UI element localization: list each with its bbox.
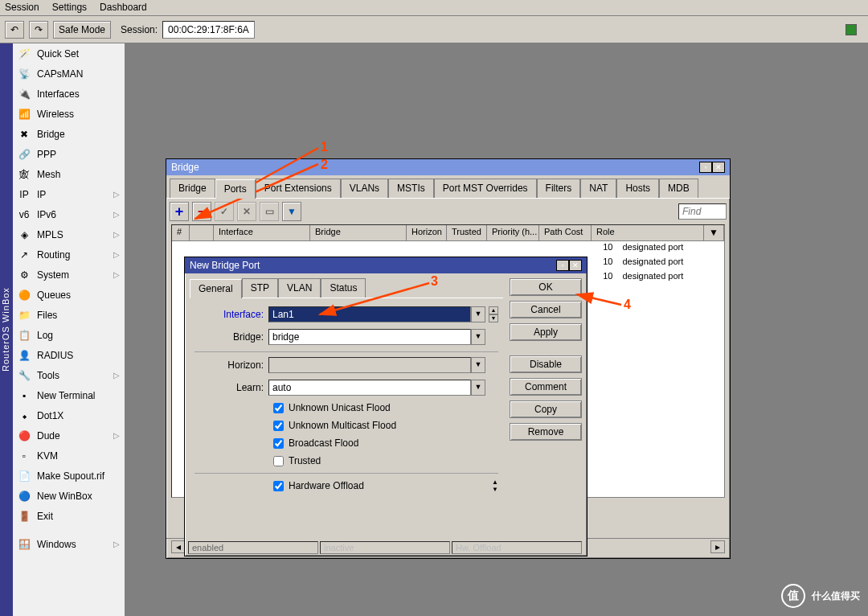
remove-button[interactable]: − [192,202,211,221]
apply-button[interactable]: Apply [510,323,582,341]
sidebar-icon: ▪ [18,389,31,402]
sidebar-item-windows[interactable]: 🪟Windows▷ [13,534,125,554]
bridge-tabs: BridgePortsPort ExtensionsVLANsMSTIsPort… [166,175,730,198]
comment-button-icon[interactable]: ▭ [260,202,279,221]
column-header[interactable]: Bridge [310,225,407,240]
close-icon[interactable]: ✕ [712,162,725,173]
tab-port-mst-overrides[interactable]: Port MST Overrides [434,179,537,198]
interface-updown[interactable]: ▲▼ [489,306,498,322]
sidebar-item-mpls[interactable]: ◈MPLS▷ [13,224,125,244]
redo-button[interactable]: ↷ [29,21,48,39]
sidebar-item-wireless[interactable]: 📶Wireless [13,104,125,124]
copy-button[interactable]: Copy [510,400,582,418]
tab-bridge[interactable]: Bridge [170,179,215,198]
sidebar-icon: 📄 [18,470,31,483]
unknown-multicast-checkbox[interactable] [273,421,284,431]
dialog-close-icon[interactable]: ✕ [569,260,582,271]
learn-dropdown-icon[interactable]: ▼ [471,380,485,396]
tab-vlans[interactable]: VLANs [341,179,388,198]
bf-label: Broadcast Flood [289,437,358,449]
sidebar-item-new-terminal[interactable]: ▪New Terminal [13,385,125,405]
sidebar-item-radius[interactable]: 👤RADIUS [13,345,125,365]
sidebar-item-bridge[interactable]: ✖Bridge [13,124,125,144]
sidebar-label: Exit [37,511,53,522]
interface-dropdown-icon[interactable]: ▼ [471,306,485,322]
dialog-tab-status[interactable]: Status [321,278,366,298]
filter-button[interactable]: ▼ [282,202,301,221]
column-header[interactable]: Horizon [407,225,447,240]
disable-button[interactable]: ✕ [237,202,256,221]
sidebar-item-ppp[interactable]: 🔗PPP [13,144,125,164]
undo-button[interactable]: ↶ [5,21,24,39]
column-header[interactable]: Priority (h... [487,225,539,240]
learn-field[interactable]: auto [268,380,471,396]
cancel-button[interactable]: Cancel [510,301,582,318]
tab-mdb[interactable]: MDB [659,179,698,198]
sidebar-item-log[interactable]: 📋Log [13,325,125,345]
minimize-icon[interactable]: ▫ [699,162,712,173]
bridge-field[interactable]: bridge [268,329,471,345]
sidebar-item-ip[interactable]: IPIP▷ [13,184,125,204]
status-led-icon [845,24,857,35]
add-button[interactable]: + [170,202,189,221]
sidebar-item-queues[interactable]: 🟠Queues [13,285,125,305]
tab-hosts[interactable]: Hosts [616,179,659,198]
sidebar-item-dot1x[interactable]: ⬥Dot1X [13,405,125,425]
sidebar-item-kvm[interactable]: ▫KVM [13,446,125,466]
remove-button-dlg[interactable]: Remove [510,423,582,441]
interface-field[interactable]: Lan1 [268,306,471,322]
tab-mstis[interactable]: MSTIs [388,179,434,198]
bridge-dropdown-icon[interactable]: ▼ [471,329,485,345]
menu-settings[interactable]: Settings [52,2,87,14]
broadcast-flood-checkbox[interactable] [273,438,284,449]
column-header[interactable] [190,225,214,240]
trusted-checkbox[interactable] [273,456,284,466]
sidebar-item-quick-set[interactable]: 🪄Quick Set [13,43,125,64]
bridge-window-title[interactable]: Bridge ▫ ✕ [166,159,730,175]
dialog-tab-vlan[interactable]: VLAN [278,278,321,298]
tab-ports[interactable]: Ports [215,179,256,199]
sidebar-item-ipv6[interactable]: v6IPv6▷ [13,204,125,224]
dialog-tab-general[interactable]: General [190,279,242,298]
column-header[interactable]: # [172,225,190,240]
menu-session[interactable]: Session [5,2,39,14]
disable-button[interactable]: Disable [510,355,582,373]
find-input[interactable] [678,203,727,220]
ok-button[interactable]: OK [510,278,582,296]
menu-dashboard[interactable]: Dashboard [100,2,147,14]
tab-nat[interactable]: NAT [580,179,616,198]
comment-button[interactable]: Comment [510,378,582,396]
column-header[interactable]: Path Cost [539,225,592,240]
sidebar-item-routing[interactable]: ↗Routing▷ [13,244,125,265]
column-header[interactable]: Role [592,225,704,240]
dialog-tab-stp[interactable]: STP [242,278,278,298]
menubar: Session Settings Dashboard [0,0,868,16]
table-row[interactable]: 10designated port [172,241,724,256]
sidebar-item-interfaces[interactable]: 🔌Interfaces [13,84,125,104]
horizon-dropdown-icon[interactable]: ▼ [471,357,485,373]
sidebar-item-capsman[interactable]: 📡CAPsMAN [13,64,125,84]
column-header[interactable]: Interface [214,225,310,240]
dialog-title[interactable]: New Bridge Port ▫ ✕ [185,257,587,273]
enable-button[interactable]: ✓ [215,202,234,221]
sidebar-item-new-winbox[interactable]: 🔵New WinBox [13,486,125,506]
hw-offload-checkbox[interactable] [273,481,284,491]
sidebar-item-dude[interactable]: 🔴Dude▷ [13,425,125,446]
bridge-label: Bridge: [194,331,268,343]
sidebar-item-files[interactable]: 📁Files [13,305,125,325]
sidebar-item-make-supout.rif[interactable]: 📄Make Supout.rif [13,466,125,486]
safe-mode-button[interactable]: Safe Mode [53,21,111,39]
dialog-minimize-icon[interactable]: ▫ [556,260,569,271]
sidebar-item-tools[interactable]: 🔧Tools▷ [13,365,125,385]
horizon-field[interactable] [268,357,471,373]
tab-port-extensions[interactable]: Port Extensions [256,179,341,198]
sidebar-item-mesh[interactable]: 🕸Mesh [13,164,125,184]
sidebar-icon: 🔵 [18,490,31,503]
unknown-unicast-checkbox[interactable] [273,403,284,413]
watermark: 值 什么值得买 [781,584,860,608]
sidebar-label: Make Supout.rif [37,470,104,482]
column-header[interactable]: Trusted [447,225,487,240]
sidebar-item-system[interactable]: ⚙System▷ [13,265,125,285]
sidebar-label: IPv6 [37,209,56,220]
tab-filters[interactable]: Filters [537,179,581,198]
